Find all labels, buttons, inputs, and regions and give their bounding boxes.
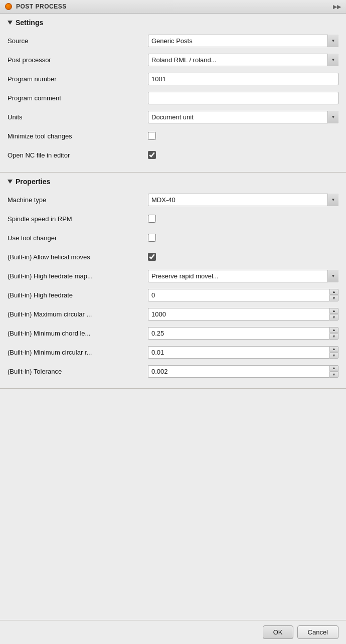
max-circular-input[interactable] xyxy=(148,308,329,320)
min-circular-increment-button[interactable]: ▲ xyxy=(329,346,338,353)
spindle-speed-checkbox-wrapper xyxy=(148,215,338,223)
min-circular-row: (Built-in) Minimum circular r... ▲ ▼ xyxy=(8,345,338,359)
title-bar-title: POST PROCESS xyxy=(16,3,67,10)
program-number-control xyxy=(148,73,338,85)
units-row: Units Document unit Inches Millimeters xyxy=(8,110,338,124)
tolerance-spinbox-buttons: ▲ ▼ xyxy=(329,365,338,378)
tolerance-increment-button[interactable]: ▲ xyxy=(329,365,338,372)
source-label: Source xyxy=(8,37,148,45)
allow-helical-label: (Built-in) Allow helical moves xyxy=(8,253,148,261)
use-tool-changer-checkbox[interactable] xyxy=(148,234,156,242)
spindle-speed-checkbox[interactable] xyxy=(148,215,156,223)
program-comment-input[interactable] xyxy=(148,92,338,104)
machine-type-row: Machine type MDX-40 MDX-20 Modela MDX-15… xyxy=(8,193,338,207)
title-bar-arrows: ▶▶ xyxy=(333,4,341,10)
min-circular-spinbox-buttons: ▲ ▼ xyxy=(329,346,338,359)
post-processor-select[interactable]: Roland RML / roland... xyxy=(148,54,338,66)
cancel-button[interactable]: Cancel xyxy=(297,625,338,639)
minimize-tool-changes-checkbox[interactable] xyxy=(148,132,156,140)
use-tool-changer-row: Use tool changer xyxy=(8,231,338,245)
max-circular-row: (Built-in) Maximum circular ... ▲ ▼ xyxy=(8,307,338,321)
min-chord-increment-button[interactable]: ▲ xyxy=(329,327,338,334)
post-processor-label: Post processor xyxy=(8,56,148,64)
settings-collapse-icon[interactable] xyxy=(8,21,13,25)
window: POST PROCESS ▶▶ Settings Source Generic … xyxy=(0,0,346,644)
min-circular-spinbox: ▲ ▼ xyxy=(148,346,338,359)
max-circular-control: ▲ ▼ xyxy=(148,308,338,320)
high-feedrate-row: (Built-in) High feedrate ▲ ▼ xyxy=(8,288,338,302)
tolerance-decrement-button[interactable]: ▼ xyxy=(329,371,338,378)
title-bar-icon xyxy=(5,3,12,10)
program-comment-row: Program comment xyxy=(8,91,338,105)
units-control: Document unit Inches Millimeters xyxy=(148,111,338,123)
min-circular-label: (Built-in) Minimum circular r... xyxy=(8,349,148,356)
ok-button[interactable]: OK xyxy=(263,625,293,639)
machine-type-control: MDX-40 MDX-20 Modela MDX-15/20 xyxy=(148,194,338,206)
units-select[interactable]: Document unit Inches Millimeters xyxy=(148,111,338,123)
high-feedrate-map-control: Preserve rapid movel... Map to feedrate … xyxy=(148,270,338,282)
content: Settings Source Generic Posts Custom Pos… xyxy=(0,14,346,620)
max-circular-label: (Built-in) Maximum circular ... xyxy=(8,310,148,318)
min-chord-row: (Built-in) Minimum chord le... ▲ ▼ xyxy=(8,326,338,340)
post-processor-control: Roland RML / roland... xyxy=(148,54,338,66)
min-circular-input[interactable] xyxy=(148,346,329,359)
high-feedrate-input[interactable] xyxy=(148,289,329,301)
post-processor-row: Post processor Roland RML / roland... xyxy=(8,53,338,67)
properties-title: Properties xyxy=(16,178,50,186)
open-nc-control xyxy=(148,151,338,159)
tolerance-input[interactable] xyxy=(148,365,329,378)
min-circular-decrement-button[interactable]: ▼ xyxy=(329,352,338,359)
program-number-input[interactable] xyxy=(148,73,338,85)
max-circular-decrement-button[interactable]: ▼ xyxy=(329,314,338,320)
use-tool-changer-checkbox-wrapper xyxy=(148,234,338,242)
source-control: Generic Posts Custom Posts xyxy=(148,35,338,47)
title-bar: POST PROCESS ▶▶ xyxy=(0,0,346,14)
min-chord-input[interactable] xyxy=(148,327,329,340)
high-feedrate-decrement-button[interactable]: ▼ xyxy=(329,295,338,301)
open-nc-checkbox-wrapper xyxy=(148,151,338,159)
tolerance-spinbox: ▲ ▼ xyxy=(148,365,338,378)
high-feedrate-map-select[interactable]: Preserve rapid movel... Map to feedrate … xyxy=(148,270,338,282)
tolerance-row: (Built-in) Tolerance ▲ ▼ xyxy=(8,364,338,378)
use-tool-changer-control xyxy=(148,234,338,242)
program-comment-label: Program comment xyxy=(8,94,148,102)
allow-helical-row: (Built-in) Allow helical moves xyxy=(8,250,338,264)
properties-collapse-icon[interactable] xyxy=(8,180,13,184)
program-comment-control xyxy=(148,92,338,104)
min-circular-control: ▲ ▼ xyxy=(148,346,338,359)
tolerance-control: ▲ ▼ xyxy=(148,365,338,378)
footer: OK Cancel xyxy=(0,620,346,644)
spindle-speed-label: Spindle speed in RPM xyxy=(8,215,148,223)
use-tool-changer-label: Use tool changer xyxy=(8,234,148,242)
open-nc-checkbox[interactable] xyxy=(148,151,156,159)
allow-helical-control xyxy=(148,253,338,261)
source-select[interactable]: Generic Posts Custom Posts xyxy=(148,35,338,47)
high-feedrate-map-label: (Built-in) High feedrate map... xyxy=(8,272,148,280)
spindle-speed-row: Spindle speed in RPM xyxy=(8,212,338,226)
properties-section: Properties Machine type MDX-40 MDX-20 Mo… xyxy=(0,173,346,389)
program-number-label: Program number xyxy=(8,75,148,83)
machine-type-select[interactable]: MDX-40 MDX-20 Modela MDX-15/20 xyxy=(148,194,338,206)
high-feedrate-increment-button[interactable]: ▲ xyxy=(329,289,338,295)
min-chord-label: (Built-in) Minimum chord le... xyxy=(8,330,148,337)
allow-helical-checkbox[interactable] xyxy=(148,253,156,261)
source-row: Source Generic Posts Custom Posts xyxy=(8,34,338,48)
min-chord-decrement-button[interactable]: ▼ xyxy=(329,333,338,340)
allow-helical-checkbox-wrapper xyxy=(148,253,338,261)
source-select-wrapper: Generic Posts Custom Posts xyxy=(148,35,338,47)
high-feedrate-map-select-wrapper: Preserve rapid movel... Map to feedrate … xyxy=(148,270,338,282)
post-processor-select-wrapper: Roland RML / roland... xyxy=(148,54,338,66)
open-nc-row: Open NC file in editor xyxy=(8,148,338,162)
spindle-speed-control xyxy=(148,215,338,223)
min-chord-spinbox: ▲ ▼ xyxy=(148,327,338,340)
high-feedrate-control: ▲ ▼ xyxy=(148,289,338,301)
units-label: Units xyxy=(8,113,148,121)
minimize-tool-changes-row: Minimize tool changes xyxy=(8,129,338,143)
minimize-tool-changes-checkbox-wrapper xyxy=(148,132,338,140)
min-chord-spinbox-buttons: ▲ ▼ xyxy=(329,327,338,340)
settings-section: Settings Source Generic Posts Custom Pos… xyxy=(0,14,346,173)
max-circular-increment-button[interactable]: ▲ xyxy=(329,308,338,314)
program-number-row: Program number xyxy=(8,72,338,86)
units-select-wrapper: Document unit Inches Millimeters xyxy=(148,111,338,123)
settings-header: Settings xyxy=(8,19,338,27)
